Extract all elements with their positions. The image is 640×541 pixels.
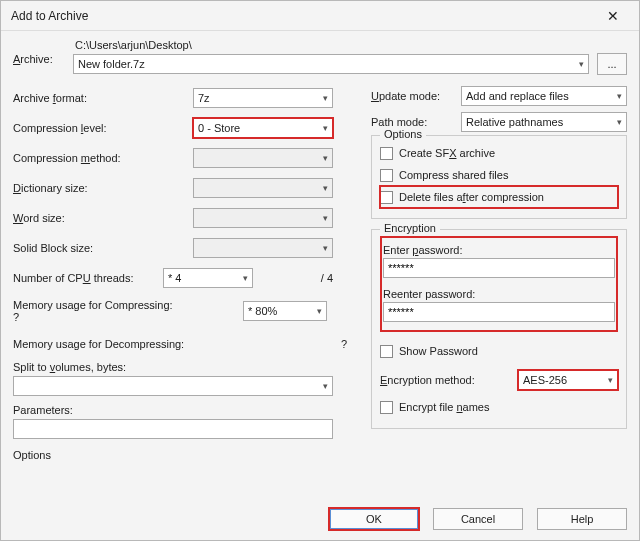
compress-shared-label: Compress shared files xyxy=(399,169,508,181)
update-mode-label: Update mode: xyxy=(371,90,440,102)
cpu-threads-combo[interactable]: * 4▾ xyxy=(163,268,253,288)
window-title: Add to Archive xyxy=(11,9,595,23)
cpu-threads-label: Number of CPU threads: xyxy=(13,272,133,284)
reenter-password-label: Reenter password: xyxy=(383,288,615,300)
dictionary-size-label: Dictionary size: xyxy=(13,182,88,194)
word-size-label: Word size: xyxy=(13,212,65,224)
create-sfx-row[interactable]: Create SFX archive xyxy=(380,142,618,164)
compression-method-combo[interactable]: ▾ xyxy=(193,148,333,168)
options-button[interactable]: Options xyxy=(13,449,353,461)
help-button[interactable]: Help xyxy=(537,508,627,530)
memory-compress-combo[interactable]: * 80%▾ xyxy=(243,301,327,321)
compress-shared-checkbox[interactable] xyxy=(380,169,393,182)
split-label: Split to volumes, bytes: xyxy=(13,361,126,373)
create-sfx-checkbox[interactable] xyxy=(380,147,393,160)
encrypt-names-checkbox[interactable] xyxy=(380,401,393,414)
encrypt-names-row[interactable]: Encrypt file names xyxy=(380,396,618,418)
reenter-password-input[interactable] xyxy=(383,302,615,322)
compression-level-combo[interactable]: 0 - Store▾ xyxy=(193,118,333,138)
enter-password-label: Enter password: xyxy=(383,244,463,256)
title-bar: Add to Archive ✕ xyxy=(1,1,639,31)
options-group: Options Create SFX archive Compress shar… xyxy=(371,135,627,219)
show-password-checkbox[interactable] xyxy=(380,345,393,358)
parameters-input[interactable] xyxy=(13,419,333,439)
encryption-legend: Encryption xyxy=(380,222,440,234)
delete-after-checkbox[interactable] xyxy=(380,191,393,204)
archive-filename-combo[interactable]: New folder.7z▾ xyxy=(73,54,589,74)
add-to-archive-dialog: Add to Archive ✕ Archive: C:\Users\arjun… xyxy=(0,0,640,541)
delete-after-label: Delete files after compression xyxy=(399,191,544,203)
encryption-method-label: Encryption method: xyxy=(380,374,475,386)
cancel-button[interactable]: Cancel xyxy=(433,508,523,530)
browse-button[interactable]: ... xyxy=(597,53,627,75)
create-sfx-label: Create SFX archive xyxy=(399,147,495,159)
memory-compress-label: Memory usage for Compressing: ? xyxy=(13,299,243,323)
path-mode-label: Path mode: xyxy=(371,116,461,128)
archive-label: Archive: xyxy=(13,53,53,65)
delete-after-row[interactable]: Delete files after compression xyxy=(380,186,618,208)
update-mode-combo[interactable]: Add and replace files▾ xyxy=(461,86,627,106)
compression-level-label: Compression level: xyxy=(13,122,107,134)
cpu-threads-max: / 4 xyxy=(253,272,333,284)
encryption-method-combo[interactable]: AES-256▾ xyxy=(518,370,618,390)
solid-block-size-label: Solid Block size: xyxy=(13,242,193,254)
compression-method-label: Compression method: xyxy=(13,152,121,164)
memory-decompress-value: ? xyxy=(293,338,353,350)
close-button[interactable]: ✕ xyxy=(595,2,631,30)
archive-format-combo[interactable]: 7z▾ xyxy=(193,88,333,108)
path-mode-combo[interactable]: Relative pathnames▾ xyxy=(461,112,627,132)
archive-directory: C:\Users\arjun\Desktop\ xyxy=(73,37,627,53)
archive-format-label: Archive format: xyxy=(13,92,87,104)
enter-password-input[interactable] xyxy=(383,258,615,278)
split-combo[interactable]: ▾ xyxy=(13,376,333,396)
word-size-combo[interactable]: ▾ xyxy=(193,208,333,228)
solid-block-size-combo[interactable]: ▾ xyxy=(193,238,333,258)
show-password-label: Show Password xyxy=(399,345,478,357)
encryption-group: Encryption Enter password: Reenter passw… xyxy=(371,229,627,429)
memory-decompress-label: Memory usage for Decompressing: xyxy=(13,338,293,350)
compress-shared-row[interactable]: Compress shared files xyxy=(380,164,618,186)
ok-button[interactable]: OK xyxy=(329,508,419,530)
dictionary-size-combo[interactable]: ▾ xyxy=(193,178,333,198)
encrypt-names-label: Encrypt file names xyxy=(399,401,490,413)
parameters-label: Parameters: xyxy=(13,404,353,416)
options-legend: Options xyxy=(380,128,426,140)
show-password-row[interactable]: Show Password xyxy=(380,340,618,362)
